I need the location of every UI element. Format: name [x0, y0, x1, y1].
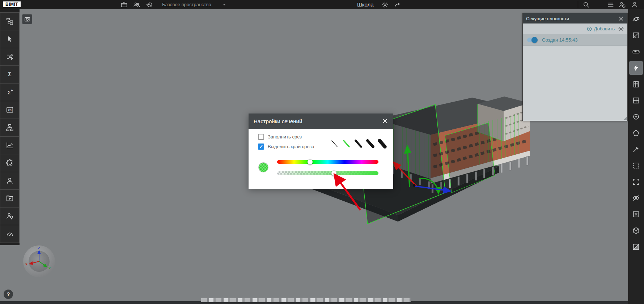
- viewport-snapshot-button[interactable]: [22, 14, 32, 24]
- orbit-button[interactable]: [629, 12, 643, 26]
- section-fill-button[interactable]: [629, 240, 643, 254]
- storeys-button[interactable]: [629, 77, 643, 91]
- axis-y-label: Y: [48, 266, 51, 270]
- section-settings-dialog: Настройки сечений Заполнить срез Выделит…: [249, 114, 393, 189]
- highlight-edge-option: Выделить край среза: [258, 143, 314, 150]
- select-button[interactable]: [0, 30, 20, 48]
- lightning-icon: [632, 64, 640, 72]
- section-plane-item[interactable]: Создан 14:55:43: [523, 34, 627, 46]
- model-settings-button[interactable]: [381, 1, 389, 8]
- person-pin-icon: [6, 212, 14, 220]
- collaboration-button[interactable]: [133, 1, 140, 8]
- export-icon: [6, 194, 14, 202]
- grid-icon: [632, 97, 640, 104]
- topbar: BIMiT Базовое пространство Школа: [0, 0, 644, 9]
- dialog-close-button[interactable]: [382, 118, 388, 124]
- cursor-icon: [6, 35, 14, 43]
- tree-icon: [6, 17, 14, 25]
- help-button[interactable]: ?: [4, 290, 13, 299]
- axis-z-label: Z: [38, 246, 40, 250]
- panel-toolbar: Добавить: [523, 23, 627, 34]
- panel-resize-grip[interactable]: [623, 117, 627, 120]
- highlight-edge-checkbox[interactable]: [258, 144, 264, 150]
- user-location-button[interactable]: [0, 207, 20, 225]
- hue-slider[interactable]: [277, 160, 378, 164]
- camera-icon: [24, 16, 31, 23]
- fill-section-label: Заполнить срез: [268, 134, 302, 140]
- plane-list: Создан 14:55:43: [523, 34, 627, 46]
- charts-button[interactable]: [0, 136, 20, 154]
- cube-icon: [632, 227, 640, 235]
- current-color-swatch[interactable]: [258, 162, 268, 172]
- model-bottom-sliver: [201, 298, 411, 302]
- structure-scheme-button[interactable]: [0, 119, 20, 137]
- topbar-title-icons: [381, 0, 401, 9]
- navigation-sphere[interactable]: Z X Y: [23, 245, 55, 278]
- user-sessions-button[interactable]: [619, 1, 626, 8]
- polygon-icon: [632, 129, 640, 137]
- edge-style-option-4[interactable]: [365, 138, 376, 149]
- topbar-divider: [578, 1, 578, 8]
- main-menu-button[interactable]: [607, 1, 614, 8]
- axe-icon: [632, 145, 640, 153]
- history-icon: [146, 1, 153, 8]
- model-cube-button[interactable]: [629, 224, 643, 237]
- hide-objects-button[interactable]: [629, 191, 643, 205]
- left-toolbar: [0, 9, 20, 245]
- panel-settings-button[interactable]: [618, 26, 624, 32]
- scheme-icon: [6, 124, 14, 132]
- search-icon: [582, 1, 590, 8]
- plugins-button[interactable]: [0, 154, 20, 172]
- measure-button[interactable]: [629, 45, 643, 59]
- briefcase-icon: [120, 1, 128, 8]
- edge-style-option-2[interactable]: [341, 138, 352, 149]
- quick-actions-button[interactable]: [629, 61, 643, 75]
- edge-style-option-1[interactable]: [329, 138, 340, 149]
- topbar-left-icons: [120, 0, 153, 9]
- section-plane-icon: [632, 31, 640, 39]
- building-icon: [632, 80, 640, 88]
- isolate-button[interactable]: [629, 207, 643, 221]
- edge-style-option-3[interactable]: [353, 138, 364, 149]
- cut-button[interactable]: [629, 142, 643, 156]
- person-icon: [631, 1, 638, 8]
- selection-box-button[interactable]: [629, 159, 643, 172]
- box-corners-icon: [632, 178, 640, 186]
- plane-enabled-toggle[interactable]: [527, 38, 537, 42]
- calculations-button[interactable]: [0, 65, 20, 84]
- fill-section-checkbox[interactable]: [258, 134, 264, 140]
- model-tree-button[interactable]: [0, 12, 20, 30]
- calculations-add-button[interactable]: [0, 83, 20, 101]
- polygon-selection-button[interactable]: [629, 126, 643, 140]
- box-dashed-icon: [632, 162, 640, 170]
- dialog-header[interactable]: Настройки сечений: [249, 114, 393, 129]
- focus-button[interactable]: [629, 110, 643, 124]
- add-plane-button[interactable]: Добавить: [586, 26, 615, 32]
- account-button[interactable]: [631, 1, 638, 8]
- projects-button[interactable]: [120, 1, 128, 8]
- menu-icon: [607, 1, 614, 8]
- alpha-slider-handle[interactable]: [331, 171, 336, 176]
- person-icon: [6, 177, 14, 185]
- user-button[interactable]: [0, 172, 20, 190]
- ruler-icon: [632, 48, 640, 56]
- dashboard-button[interactable]: [0, 225, 20, 243]
- clash-detection-button[interactable]: [0, 48, 20, 66]
- hue-slider-handle[interactable]: [308, 159, 313, 165]
- orbit-icon: [632, 15, 640, 23]
- search-button[interactable]: [582, 1, 590, 8]
- panel-close-button[interactable]: [618, 16, 624, 22]
- drawings-2d-button[interactable]: [0, 101, 20, 119]
- panel-header: Секущие плоскости: [523, 13, 627, 23]
- alpha-slider[interactable]: [277, 171, 378, 175]
- workspace-select[interactable]: Базовое пространство: [162, 0, 227, 9]
- export-button[interactable]: [0, 189, 20, 207]
- history-button[interactable]: [146, 1, 153, 8]
- zoom-window-button[interactable]: [629, 175, 643, 189]
- share-button[interactable]: [394, 1, 401, 8]
- section-plane-button[interactable]: [629, 29, 643, 42]
- help-label: ?: [7, 291, 10, 297]
- grid-button[interactable]: [629, 94, 643, 107]
- highlight-edge-label: Выделить край среза: [268, 144, 314, 149]
- edge-style-option-5[interactable]: [377, 138, 387, 149]
